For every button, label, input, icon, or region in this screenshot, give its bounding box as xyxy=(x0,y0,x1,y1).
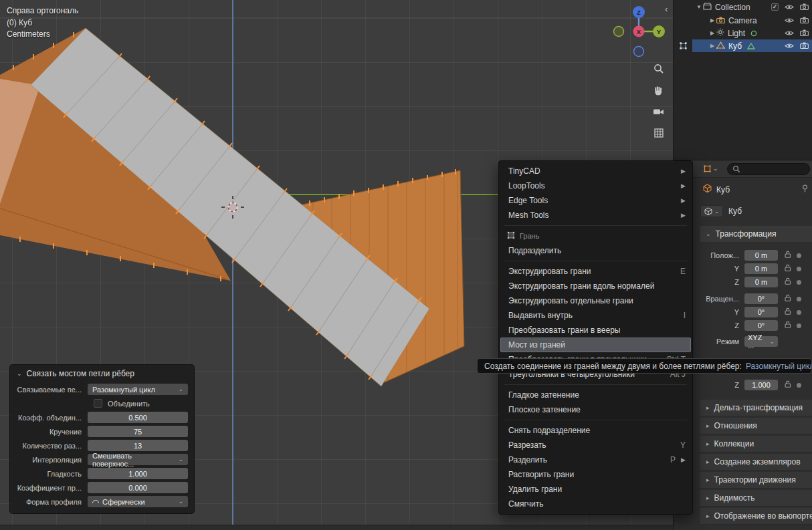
profile-factor-field[interactable]: 0.000 xyxy=(88,482,188,493)
decorator-dot[interactable] xyxy=(797,267,801,271)
pin-icon[interactable] xyxy=(802,184,808,194)
outliner-row-light[interactable]: ▶ Light xyxy=(674,27,812,39)
zoom-button[interactable] xyxy=(650,60,667,77)
menu-item-extrude-along-normals[interactable]: Экструдировать грани вдоль нормалей xyxy=(499,279,692,293)
lock-icon[interactable] xyxy=(785,251,791,260)
menu-item-dissolve-faces[interactable]: Растворить грани xyxy=(499,467,692,482)
section-visibility[interactable]: ▸Видимость xyxy=(700,490,812,507)
lock-icon[interactable] xyxy=(785,307,791,317)
menu-item-tinycad[interactable]: TinyCAD▶ xyxy=(499,164,692,178)
menu-item-rip[interactable]: РазрезатьY xyxy=(499,438,692,452)
camera-name[interactable]: Camera xyxy=(728,16,757,25)
menu-item-separate[interactable]: РазделитьP▶ xyxy=(499,452,692,467)
outliner-row-collection[interactable]: ▼ Collection ✓ xyxy=(674,1,812,13)
transform-panel-header[interactable]: ⌄ Трансформация xyxy=(700,226,812,242)
location-y-field[interactable]: 0 m xyxy=(744,263,778,274)
menu-item-unsubdivide[interactable]: Снять подразделение xyxy=(499,423,692,438)
location-x-field[interactable]: 0 m xyxy=(744,250,778,261)
operator-panel[interactable]: ⌄ Связать мостом петли рёбер Связываемые… xyxy=(9,364,195,514)
menu-item-looptools[interactable]: LoopTools▶ xyxy=(499,178,692,193)
menu-item-shade-flat[interactable]: Плоское затенение xyxy=(499,402,692,417)
decorator-dot[interactable] xyxy=(797,323,801,328)
twist-field[interactable]: 75 xyxy=(88,426,188,437)
decorator-dot[interactable] xyxy=(797,310,801,315)
loop-pairs-dropdown[interactable]: Разомкнутый цикл⌄ xyxy=(88,384,188,395)
rotation-z-field[interactable]: 0° xyxy=(744,320,778,331)
expand-arrow-icon[interactable]: ▼ xyxy=(695,4,703,10)
menu-item-extrude-individual[interactable]: Экструдировать отдельные грани xyxy=(499,293,692,308)
menu-item-poke-faces[interactable]: Преобразовать грани в вееры xyxy=(499,323,692,338)
cuts-field[interactable]: 13 xyxy=(88,440,188,451)
render-visibility-icon[interactable] xyxy=(800,3,809,12)
object-properties-tab-icon[interactable]: ⌄ xyxy=(703,164,718,173)
face-context-menu[interactable]: TinyCAD▶ LoopTools▶ Edge Tools▶ Mesh Too… xyxy=(498,160,693,515)
menu-item-shade-smooth[interactable]: Гладкое затенение xyxy=(499,388,692,402)
camera-view-button[interactable] xyxy=(650,103,667,120)
render-visibility-icon[interactable] xyxy=(800,16,809,25)
decorator-dot[interactable] xyxy=(797,383,801,388)
lock-icon[interactable] xyxy=(785,277,791,287)
light-data-icon[interactable] xyxy=(750,30,757,37)
expand-arrow-icon[interactable]: ▶ xyxy=(708,17,716,23)
outliner[interactable]: ▼ Collection ✓ ▶ Camera ▶ Light xyxy=(673,0,812,160)
collection-checkbox[interactable]: ✓ xyxy=(771,3,779,11)
collection-name[interactable]: Collection xyxy=(715,3,750,12)
gizmo-z-neg-axis[interactable] xyxy=(634,47,644,57)
breadcrumb-object-name[interactable]: Куб xyxy=(716,185,730,194)
cube-name[interactable]: Куб xyxy=(728,41,742,51)
properties-search-input[interactable] xyxy=(727,163,810,175)
eye-icon[interactable] xyxy=(785,3,794,12)
profile-shape-dropdown[interactable]: Сферически⌄ xyxy=(88,496,188,507)
menu-item-inset-faces[interactable]: Выдавить внутрьI xyxy=(499,308,692,323)
section-instancing[interactable]: ▸Создание экземпляров xyxy=(700,454,812,471)
outliner-row-cube[interactable]: ▶ Куб xyxy=(674,39,812,52)
section-viewport-display[interactable]: ▸Отображение во вьюпорте xyxy=(700,508,812,525)
section-collections[interactable]: ▸Коллекции xyxy=(700,436,812,452)
menu-item-extrude-faces[interactable]: Экструдировать граниE xyxy=(499,264,692,279)
decorator-dot[interactable] xyxy=(797,297,801,301)
toggle-grid-button[interactable] xyxy=(650,124,667,141)
lock-icon[interactable] xyxy=(785,264,791,273)
operator-panel-header[interactable]: ⌄ Связать мостом петли рёбер xyxy=(10,365,194,382)
pan-button[interactable] xyxy=(650,82,667,98)
eye-icon[interactable] xyxy=(785,29,794,38)
mesh-datablock-button[interactable]: ⌄ xyxy=(700,205,723,217)
lock-icon[interactable] xyxy=(785,321,791,330)
light-name[interactable]: Light xyxy=(728,29,745,38)
section-motion-paths[interactable]: ▸Траектории движения xyxy=(700,472,812,489)
menu-item-smooth[interactable]: Смягчить xyxy=(499,497,692,511)
rotation-x-field[interactable]: 0° xyxy=(744,293,778,304)
merge-checkbox[interactable] xyxy=(94,399,102,408)
decorator-dot[interactable] xyxy=(797,280,801,285)
scale-z-field[interactable]: 1.000 xyxy=(744,380,778,390)
outliner-row-camera[interactable]: ▶ Camera xyxy=(674,14,812,27)
gizmo-y-neg-axis[interactable] xyxy=(614,27,624,37)
location-z-field[interactable]: 0 m xyxy=(744,277,778,287)
expand-arrow-icon[interactable]: ▶ xyxy=(708,30,716,36)
menu-item-mesh-tools[interactable]: Mesh Tools▶ xyxy=(499,208,692,223)
rotation-mode-dropdown[interactable]: XYZ ...⌄ xyxy=(744,336,778,347)
merge-factor-field[interactable]: 0.500 xyxy=(88,412,188,423)
render-visibility-icon[interactable] xyxy=(800,29,809,38)
menu-item-bridge-faces[interactable]: Мост из граней xyxy=(500,338,691,352)
selected-row-highlight[interactable]: ▶ Куб xyxy=(692,39,812,52)
render-visibility-icon[interactable] xyxy=(800,41,809,51)
sidebar-toggle-arrow[interactable]: ‹ xyxy=(665,4,668,14)
interpolation-dropdown[interactable]: Смешивать поверхнос...⌄ xyxy=(88,454,188,465)
section-delta-transform[interactable]: ▸Дельта-трансформация xyxy=(700,400,812,416)
eye-icon[interactable] xyxy=(785,16,794,25)
section-relations[interactable]: ▸Отношения xyxy=(700,418,812,434)
lock-icon[interactable] xyxy=(785,294,791,303)
lock-icon[interactable] xyxy=(785,380,791,390)
decorator-dot[interactable] xyxy=(797,253,801,258)
eye-icon[interactable] xyxy=(785,41,794,51)
properties-editor[interactable]: ⌄ Куб ⌄ Куб ⌄ Трансформация Полож... 0 m xyxy=(673,160,812,530)
menu-item-delete-faces[interactable]: Удалить грани xyxy=(499,482,692,497)
mesh-data-icon[interactable] xyxy=(747,43,755,49)
rotation-y-field[interactable]: 0° xyxy=(744,307,778,317)
mesh-name[interactable]: Куб xyxy=(728,207,742,216)
navigation-gizmo[interactable]: Z Y X xyxy=(613,3,665,63)
menu-item-subdivide[interactable]: Подразделить xyxy=(499,243,692,258)
menu-item-edge-tools[interactable]: Edge Tools▶ xyxy=(499,193,692,208)
smoothness-field[interactable]: 1.000 xyxy=(88,468,188,479)
